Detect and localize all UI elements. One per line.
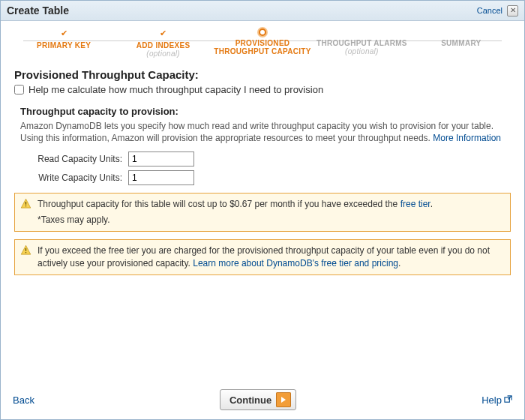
external-link-icon (504, 394, 512, 406)
step-label: SUMMARY (412, 39, 511, 47)
more-information-link[interactable]: More Information (433, 133, 501, 143)
section-description: Amazon DynamoDB lets you specify how muc… (20, 120, 511, 144)
step-throughput-capacity[interactable]: PROVISIONED THROUGHPUT CAPACITY (213, 28, 312, 56)
svg-rect-4 (26, 248, 26, 251)
help-link[interactable]: Help (482, 394, 512, 406)
write-capacity-label: Write Capacity Units: (20, 172, 122, 183)
svg-rect-1 (26, 202, 26, 205)
titlebar: Create Table Cancel ✕ (1, 1, 524, 21)
check-icon: ✔ (14, 28, 113, 38)
step-label: ADD INDEXES (113, 41, 212, 50)
check-icon: ✔ (113, 28, 212, 38)
create-table-dialog: Create Table Cancel ✕ ✔ PRIMARY KEY ✔ AD… (0, 0, 525, 420)
back-link[interactable]: Back (13, 394, 34, 406)
step-sublabel: (optional) (113, 50, 212, 58)
help-calculate-label: Help me calculate how much throughput ca… (28, 84, 323, 95)
step-add-indexes[interactable]: ✔ ADD INDEXES (optional) (113, 28, 212, 58)
cancel-link[interactable]: Cancel (477, 6, 502, 15)
free-tier-link[interactable]: free tier (400, 199, 430, 209)
svg-marker-6 (281, 397, 286, 403)
warning-icon (20, 198, 32, 209)
alert-text: . (430, 199, 433, 209)
step-label: PRIMARY KEY (14, 41, 113, 50)
step-sublabel: (optional) (312, 47, 411, 56)
continue-button[interactable]: Continue (220, 389, 296, 410)
page-heading: Provisioned Throughput Capacity: (14, 68, 511, 81)
arrow-right-icon (276, 392, 291, 407)
alert-text: . (398, 258, 400, 268)
step-label: THROUGHPUT ALARMS (312, 39, 411, 47)
svg-rect-5 (26, 252, 26, 253)
svg-rect-2 (26, 206, 26, 206)
close-icon[interactable]: ✕ (507, 5, 518, 16)
help-calculate-checkbox[interactable] (14, 85, 24, 94)
step-throughput-alarms[interactable]: THROUGHPUT ALARMS (optional) (312, 28, 411, 56)
warning-icon (20, 244, 32, 256)
step-primary-key[interactable]: ✔ PRIMARY KEY (14, 28, 113, 50)
taxes-note: *Taxes may apply. (38, 214, 504, 226)
dialog-title: Create Table (7, 4, 69, 16)
read-capacity-input[interactable] (128, 152, 194, 166)
footer: Back Continue Help (1, 383, 524, 419)
continue-label: Continue (230, 394, 272, 406)
svg-rect-7 (505, 397, 509, 401)
read-capacity-label: Read Capacity Units: (20, 154, 122, 164)
pricing-link[interactable]: Learn more about DynamoDB's free tier an… (193, 258, 398, 268)
cost-alert: Throughput capacity for this table will … (14, 193, 511, 232)
desc-text: Amazon DynamoDB lets you specify how muc… (20, 121, 494, 143)
step-summary[interactable]: SUMMARY (412, 28, 511, 47)
write-capacity-input[interactable] (128, 170, 194, 185)
wizard-stepper: ✔ PRIMARY KEY ✔ ADD INDEXES (optional) P… (1, 21, 524, 68)
content-area: Provisioned Throughput Capacity: Help me… (1, 68, 524, 383)
section-title: Throughput capacity to provision: (20, 106, 511, 117)
step-label: PROVISIONED THROUGHPUT CAPACITY (213, 39, 312, 56)
circle-icon (259, 28, 266, 36)
help-label: Help (482, 394, 502, 406)
alert-text: Throughput capacity for this table will … (38, 199, 400, 209)
free-tier-alert: If you exceed the free tier you are char… (14, 239, 511, 275)
